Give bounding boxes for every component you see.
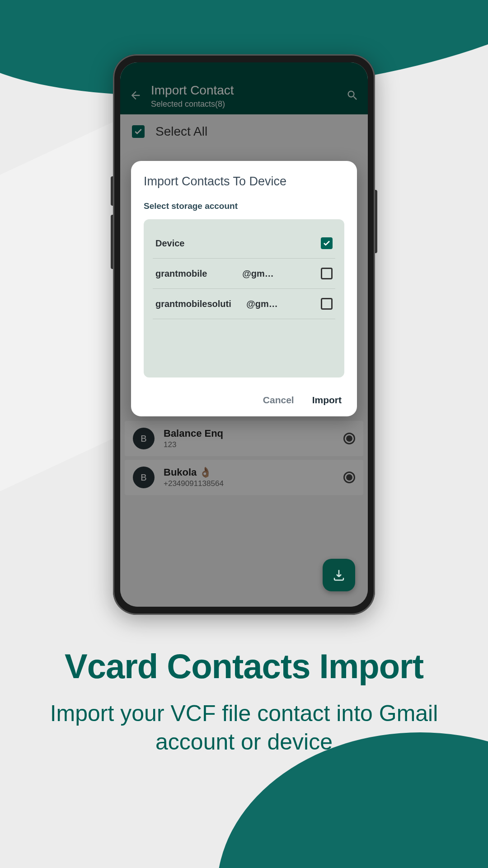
dialog-subtitle: Select storage account (144, 201, 344, 211)
import-dialog: Import Contacts To Device Select storage… (131, 161, 357, 416)
device-button (111, 176, 113, 206)
dialog-actions: Cancel Import (144, 395, 344, 406)
account-options: Device grantmobilexxxxxxx@gm… grantmobil… (144, 219, 344, 377)
option-label: grantmobilexxxxxxx@gm… (155, 269, 274, 279)
checkbox-icon[interactable] (321, 298, 333, 310)
device-screen: Import Contact Selected contacts(8) Sele… (120, 62, 368, 607)
marketing-title: Vcard Contacts Import (23, 646, 465, 686)
option-label: Device (155, 238, 185, 249)
account-option-email[interactable]: grantmobilexxxxxxx@gm… (153, 259, 335, 289)
download-fab[interactable] (323, 559, 355, 591)
account-option-email[interactable]: grantmobilesolutixxx@gm… (153, 289, 335, 319)
import-button[interactable]: Import (312, 395, 342, 406)
option-label: grantmobilesolutixxx@gm… (155, 299, 278, 309)
checkbox-icon[interactable] (321, 237, 333, 249)
dialog-title: Import Contacts To Device (144, 175, 344, 189)
device-frame: Import Contact Selected contacts(8) Sele… (113, 54, 375, 615)
marketing-section: Vcard Contacts Import Import your VCF fi… (0, 646, 488, 756)
marketing-subtitle: Import your VCF file contact into Gmail … (23, 699, 465, 756)
cancel-button[interactable]: Cancel (263, 395, 294, 406)
checkbox-icon[interactable] (321, 268, 333, 279)
account-option-device[interactable]: Device (153, 228, 335, 259)
device-button (111, 215, 113, 269)
device-button (375, 190, 377, 253)
